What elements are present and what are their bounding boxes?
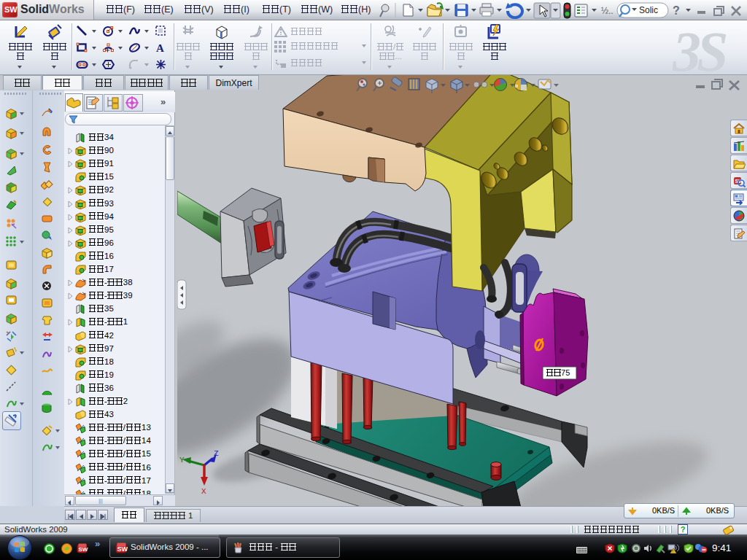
svg-text:SW: SW [117, 545, 128, 553]
svg-text:Solic: Solic [639, 5, 658, 15]
svg-text:SW: SW [79, 546, 88, 553]
svg-text:?: ? [673, 4, 680, 17]
svg-text:Z: Z [214, 449, 219, 458]
svg-text:½..: ½.. [601, 6, 614, 16]
svg-text:X: X [201, 487, 206, 496]
svg-text:Y: Y [179, 456, 185, 464]
